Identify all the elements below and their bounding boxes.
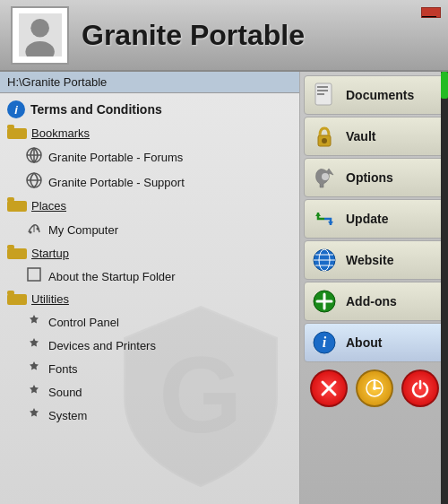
devices-icon [25, 336, 43, 354]
right-panel: Documents Vault Options [300, 72, 448, 504]
exit-button[interactable] [310, 369, 348, 407]
nav-section-utilities-label: Utilities [31, 292, 69, 306]
svg-point-27 [322, 173, 329, 180]
user-avatar-icon [19, 13, 62, 56]
nav-item-startup-folder[interactable]: About the Startup Folder [0, 265, 299, 288]
website-button[interactable]: Website [304, 240, 444, 280]
about-label: About [346, 335, 382, 350]
nav-item-devices-label: Devices and Printers [48, 339, 156, 352]
svg-rect-23 [317, 90, 328, 91]
nav-section-places[interactable]: Places [0, 195, 299, 217]
nav-item-fonts-label: Fonts [48, 362, 78, 376]
options-button[interactable]: Options [304, 158, 444, 197]
nav-item-devices[interactable]: Devices and Printers [0, 334, 299, 357]
svg-point-14 [30, 231, 32, 234]
controlpanel-icon [25, 313, 43, 331]
update-icon [310, 204, 339, 233]
nav-item-support[interactable]: Granite Portable - Support [0, 169, 299, 195]
mycomputer-icon [25, 220, 43, 239]
nav-item-controlpanel[interactable]: Control Panel [0, 310, 299, 334]
avatar [11, 6, 69, 65]
folder-startup-icon [7, 245, 27, 262]
nav-section-bookmarks[interactable]: Bookmarks [0, 122, 299, 144]
options-icon [310, 163, 339, 192]
vault-button[interactable]: Vault [304, 117, 444, 156]
nav-item-fonts[interactable]: Fonts [0, 357, 299, 380]
bottom-action-buttons [304, 366, 444, 411]
svg-point-1 [30, 19, 49, 38]
nav-item-system[interactable]: System [0, 404, 299, 427]
power-button[interactable] [401, 369, 439, 407]
update-label: Update [346, 212, 388, 226]
addons-label: Add-ons [346, 294, 397, 308]
svg-rect-18 [28, 268, 40, 281]
nav-item-forums[interactable]: Granite Portable - Forums [0, 144, 299, 169]
svg-rect-16 [7, 248, 27, 259]
documents-label: Documents [346, 88, 414, 102]
nav-item-support-label: Granite Portable - Support [48, 176, 185, 189]
nav-section-startup-label: Startup [31, 247, 69, 260]
support-icon [25, 172, 43, 192]
folder-places-icon [7, 197, 27, 214]
svg-point-26 [322, 138, 327, 143]
documents-button[interactable]: Documents [304, 75, 444, 115]
svg-rect-11 [7, 201, 27, 212]
svg-rect-20 [7, 291, 14, 295]
addons-button[interactable]: Add-ons [304, 282, 444, 321]
website-icon [310, 246, 339, 274]
nav-section-startup[interactable]: Startup [0, 242, 299, 265]
system-icon [25, 406, 43, 424]
nav-item-sound-label: Sound [48, 386, 82, 399]
svg-rect-5 [7, 125, 14, 129]
nav-item-terms-label: Terms and Conditions [30, 102, 162, 117]
scrollbar-track [441, 72, 448, 504]
svg-text:i: i [323, 335, 327, 350]
fonts-icon [25, 360, 43, 378]
options-label: Options [346, 170, 393, 185]
sleep-button[interactable] [356, 369, 393, 407]
nav-list: i Terms and Conditions Bookmarks [0, 93, 299, 430]
svg-rect-24 [317, 93, 324, 95]
main-area: G H:\Granite Portable i Terms and Condit… [0, 72, 448, 504]
forums-icon [25, 147, 43, 167]
startup-folder-icon [25, 267, 43, 285]
about-button[interactable]: i About [304, 323, 444, 362]
nav-item-system-label: System [48, 409, 87, 422]
folder-bookmarks-icon [7, 125, 27, 142]
nav-item-mycomputer[interactable]: My Computer [0, 217, 299, 242]
nav-section-bookmarks-label: Bookmarks [31, 126, 90, 140]
folder-utilities-icon [7, 291, 27, 308]
minimize-button[interactable]: — [421, 7, 441, 18]
info-icon: i [7, 100, 25, 118]
svg-rect-19 [7, 294, 27, 305]
svg-rect-22 [317, 86, 328, 88]
documents-icon [310, 81, 339, 109]
nav-section-places-label: Places [31, 199, 66, 213]
svg-rect-17 [7, 245, 14, 249]
vault-label: Vault [346, 129, 375, 143]
website-label: Website [346, 253, 393, 267]
scrollbar-thumb[interactable] [441, 72, 448, 99]
nav-item-sound[interactable]: Sound [0, 380, 299, 404]
nav-section-utilities[interactable]: Utilities [0, 288, 299, 310]
sound-icon [25, 383, 43, 401]
vault-icon [310, 122, 339, 151]
about-icon: i [310, 328, 339, 357]
nav-item-controlpanel-label: Control Panel [48, 316, 119, 329]
svg-rect-4 [7, 128, 27, 139]
svg-point-15 [37, 228, 39, 230]
path-bar: H:\Granite Portable [0, 72, 299, 93]
app-title: Granite Portable [82, 19, 305, 52]
left-panel: G H:\Granite Portable i Terms and Condit… [0, 72, 300, 504]
app-header: Granite Portable — [0, 0, 448, 72]
nav-item-mycomputer-label: My Computer [48, 223, 118, 237]
svg-rect-12 [7, 197, 14, 202]
nav-item-startup-folder-label: About the Startup Folder [48, 270, 176, 283]
addons-icon [310, 287, 339, 316]
update-button[interactable]: Update [304, 199, 444, 239]
nav-item-terms[interactable]: i Terms and Conditions [0, 97, 299, 122]
nav-item-forums-label: Granite Portable - Forums [48, 151, 183, 164]
